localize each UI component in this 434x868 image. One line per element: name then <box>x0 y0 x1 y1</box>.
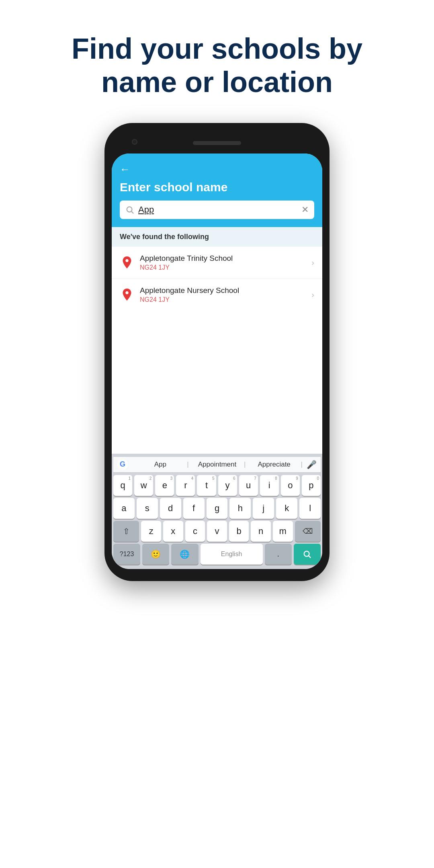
school-name: Appletongate Nursery School <box>140 286 306 295</box>
key-o[interactable]: 9o <box>281 475 300 496</box>
phone-frame: ← Enter school name App ✕ We've found th… <box>104 123 330 581</box>
svg-line-1 <box>131 211 133 213</box>
key-t[interactable]: 5t <box>197 475 216 496</box>
chevron-right-icon: › <box>311 258 314 267</box>
key-e[interactable]: 3e <box>155 475 174 496</box>
phone-speaker <box>193 141 241 145</box>
school-item[interactable]: Appletongate Nursery School NG24 1JY › <box>112 279 322 311</box>
key-y[interactable]: 6y <box>218 475 237 496</box>
key-v[interactable]: v <box>207 521 227 542</box>
key-j[interactable]: j <box>253 498 274 519</box>
school-postcode: NG24 1JY <box>140 296 306 303</box>
keyboard-suggestions-bar: G App Appointment Appreciate 🎤 <box>113 457 321 473</box>
school-name: Appletongate Trinity School <box>140 254 306 263</box>
key-k[interactable]: k <box>276 498 297 519</box>
phone-camera <box>132 139 137 145</box>
google-logo: G <box>113 459 132 471</box>
key-f[interactable]: f <box>183 498 205 519</box>
keyboard-row-3: ⇧ z x c v b n m ⌫ <box>113 521 321 542</box>
key-d[interactable]: d <box>160 498 181 519</box>
key-z[interactable]: z <box>141 521 161 542</box>
school-info: Appletongate Trinity School NG24 1JY <box>140 254 306 271</box>
shift-key[interactable]: ⇧ <box>113 521 139 542</box>
key-h[interactable]: h <box>229 498 251 519</box>
svg-line-3 <box>309 556 311 558</box>
key-g[interactable]: g <box>207 498 228 519</box>
key-c[interactable]: c <box>185 521 205 542</box>
dot-key[interactable]: . <box>265 544 292 565</box>
search-icon <box>125 205 134 214</box>
school-info: Appletongate Nursery School NG24 1JY <box>140 286 306 303</box>
google-g-icon: G <box>117 459 128 470</box>
suggestion-appointment[interactable]: Appointment <box>189 459 246 470</box>
space-key[interactable]: English <box>201 544 263 565</box>
suggestion-app[interactable]: App <box>132 459 189 470</box>
key-a[interactable]: a <box>113 498 135 519</box>
search-bar: App ✕ <box>120 201 314 219</box>
search-clear-button[interactable]: ✕ <box>301 205 309 215</box>
key-l[interactable]: l <box>299 498 321 519</box>
key-i[interactable]: 8i <box>260 475 279 496</box>
keyboard-row-2: a s d f g h j k l <box>113 498 321 519</box>
key-x[interactable]: x <box>163 521 183 542</box>
key-u[interactable]: 7u <box>239 475 258 496</box>
school-postcode: NG24 1JY <box>140 264 306 271</box>
num-toggle-key[interactable]: ?123 <box>113 544 140 565</box>
location-pin-icon <box>120 255 134 270</box>
phone-top-bar <box>112 135 322 151</box>
key-n[interactable]: n <box>251 521 271 542</box>
key-b[interactable]: b <box>229 521 249 542</box>
svg-point-0 <box>127 207 132 212</box>
keyboard-row-1: 1q 2w 3e 4r 5t 6y 7u 8i 9o 0p <box>113 475 321 496</box>
search-input[interactable]: App <box>138 205 297 215</box>
microphone-icon[interactable]: 🎤 <box>303 459 321 470</box>
key-q[interactable]: 1q <box>113 475 132 496</box>
search-key[interactable] <box>294 544 321 565</box>
results-area: We've found the following Appletongate T… <box>112 227 322 454</box>
location-pin-icon <box>120 287 134 302</box>
keyboard-row-4: ?123 🙂 🌐 English . <box>113 544 321 565</box>
school-item[interactable]: Appletongate Trinity School NG24 1JY › <box>112 247 322 279</box>
key-r[interactable]: 4r <box>176 475 195 496</box>
phone-screen: ← Enter school name App ✕ We've found th… <box>112 154 322 569</box>
key-w[interactable]: 2w <box>134 475 153 496</box>
results-header: We've found the following <box>112 227 322 247</box>
emoji-key[interactable]: 🙂 <box>142 544 169 565</box>
header-title: Enter school name <box>120 180 314 194</box>
key-p[interactable]: 0p <box>302 475 321 496</box>
key-m[interactable]: m <box>273 521 293 542</box>
back-button[interactable]: ← <box>120 163 314 176</box>
suggestion-appreciate[interactable]: Appreciate <box>246 459 303 470</box>
svg-point-2 <box>304 551 309 556</box>
key-s[interactable]: s <box>137 498 158 519</box>
globe-key[interactable]: 🌐 <box>171 544 198 565</box>
chevron-right-icon: › <box>311 290 314 299</box>
backspace-key[interactable]: ⌫ <box>295 521 321 542</box>
page-title: Find your schools by name or location <box>39 32 395 99</box>
keyboard: G App Appointment Appreciate 🎤 1q 2w 3e … <box>112 454 322 569</box>
app-header: ← Enter school name App ✕ <box>112 154 322 227</box>
